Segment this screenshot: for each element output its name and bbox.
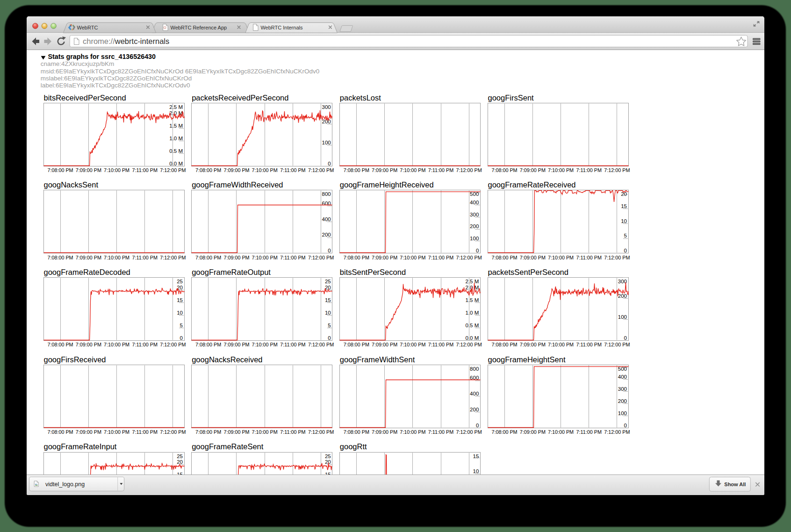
svg-text:7:08:00 PM: 7:08:00 PM — [47, 342, 73, 347]
svg-text:7:12:00 PM: 7:12:00 PM — [308, 255, 334, 260]
svg-text:7:12:00 PM: 7:12:00 PM — [160, 255, 186, 260]
svg-text:7:10:00 PM: 7:10:00 PM — [104, 342, 129, 347]
svg-text:7:12:00 PM: 7:12:00 PM — [456, 255, 482, 260]
svg-text:100: 100 — [470, 236, 479, 241]
svg-text:7:11:00 PM: 7:11:00 PM — [132, 429, 157, 435]
svg-text:7:10:00 PM: 7:10:00 PM — [252, 167, 278, 173]
svg-text:800: 800 — [470, 366, 479, 372]
svg-text:7:10:00 PM: 7:10:00 PM — [252, 255, 278, 260]
svg-text:googFrameWidthSent: googFrameWidthSent — [340, 355, 415, 364]
svg-text:1.5 M: 1.5 M — [169, 123, 183, 129]
svg-text:500: 500 — [470, 191, 479, 197]
svg-text:7:12:00 PM: 7:12:00 PM — [160, 342, 186, 347]
svg-text:200: 200 — [470, 407, 479, 412]
svg-text:20: 20 — [325, 285, 331, 290]
svg-text:0.5 M: 0.5 M — [169, 148, 183, 154]
svg-text:msid:6E9IaEYkyxIkTCxDgc82ZGoEh: msid:6E9IaEYkyxIkTCxDgc82ZGoEhICfxNuCKrO… — [41, 68, 319, 75]
svg-text:mslabel:6E9IaEYkyxIkTCxDgc82ZG: mslabel:6E9IaEYkyxIkTCxDgc82ZGoEhICfxNuC… — [41, 75, 192, 82]
svg-text:25: 25 — [325, 279, 331, 284]
svg-text:10: 10 — [473, 468, 479, 474]
svg-text:7:08:00 PM: 7:08:00 PM — [344, 167, 369, 173]
svg-text:7:11:00 PM: 7:11:00 PM — [428, 342, 453, 347]
svg-text:7:11:00 PM: 7:11:00 PM — [280, 429, 305, 435]
svg-text:googNacksReceived: googNacksReceived — [192, 355, 262, 364]
svg-text:0.0 M: 0.0 M — [169, 161, 183, 166]
svg-text:7:08:00 PM: 7:08:00 PM — [47, 167, 73, 173]
svg-text:7:08:00 PM: 7:08:00 PM — [47, 255, 73, 260]
svg-text:300: 300 — [618, 386, 627, 392]
svg-text:googRtt: googRtt — [340, 442, 367, 451]
svg-text:1.0 M: 1.0 M — [169, 136, 183, 141]
svg-text:2.5 M: 2.5 M — [466, 279, 479, 284]
svg-text:100: 100 — [618, 314, 627, 320]
svg-text:7:11:00 PM: 7:11:00 PM — [280, 255, 305, 260]
svg-text:7:11:00 PM: 7:11:00 PM — [280, 342, 305, 347]
svg-text:400: 400 — [470, 200, 479, 205]
svg-text:7:09:00 PM: 7:09:00 PM — [223, 429, 249, 435]
svg-text:label:6E9IaEYkyxIkTCxDgc82ZGoE: label:6E9IaEYkyxIkTCxDgc82ZGoEhICfxNuCKr… — [41, 82, 190, 89]
svg-text:7:08:00 PM: 7:08:00 PM — [491, 429, 517, 435]
svg-text:0: 0 — [328, 335, 331, 341]
svg-text:100: 100 — [322, 140, 331, 145]
svg-text:7:12:00 PM: 7:12:00 PM — [308, 342, 334, 347]
svg-text:0: 0 — [328, 161, 331, 166]
svg-text:5: 5 — [624, 233, 627, 238]
svg-text:7:11:00 PM: 7:11:00 PM — [428, 255, 453, 260]
svg-text:7:12:00 PM: 7:12:00 PM — [308, 429, 334, 435]
svg-text:7:10:00 PM: 7:10:00 PM — [400, 167, 425, 173]
svg-text:7:09:00 PM: 7:09:00 PM — [223, 342, 249, 347]
svg-text:400: 400 — [322, 216, 331, 222]
svg-text:7:08:00 PM: 7:08:00 PM — [195, 255, 221, 260]
svg-text:1.5 M: 1.5 M — [466, 297, 479, 303]
svg-text:googFrameRateReceived: googFrameRateReceived — [488, 180, 576, 189]
svg-text:WebRTC Internals: WebRTC Internals — [260, 25, 303, 30]
svg-text:7:10:00 PM: 7:10:00 PM — [252, 342, 278, 347]
svg-text:15: 15 — [621, 203, 627, 209]
svg-text:bitsReceivedPerSecond: bitsReceivedPerSecond — [44, 93, 126, 102]
svg-text:7:12:00 PM: 7:12:00 PM — [308, 167, 334, 173]
svg-text:25: 25 — [177, 453, 183, 459]
svg-text:0: 0 — [476, 248, 479, 253]
svg-text:7:11:00 PM: 7:11:00 PM — [428, 167, 453, 173]
svg-text:7:10:00 PM: 7:10:00 PM — [252, 429, 278, 435]
svg-text:300: 300 — [322, 104, 331, 110]
svg-text:7:09:00 PM: 7:09:00 PM — [372, 429, 397, 435]
svg-text:7:09:00 PM: 7:09:00 PM — [76, 429, 101, 435]
svg-text:7:09:00 PM: 7:09:00 PM — [520, 167, 546, 173]
svg-text:7:10:00 PM: 7:10:00 PM — [548, 429, 574, 435]
svg-text:20: 20 — [621, 191, 627, 197]
svg-text:0: 0 — [624, 248, 627, 253]
svg-text:400: 400 — [470, 391, 479, 396]
svg-text:7:08:00 PM: 7:08:00 PM — [344, 429, 369, 435]
svg-text:400: 400 — [618, 374, 627, 380]
svg-text:25: 25 — [325, 453, 331, 459]
svg-text:7:09:00 PM: 7:09:00 PM — [520, 429, 546, 435]
svg-text:7:08:00 PM: 7:08:00 PM — [491, 342, 517, 347]
svg-text:300: 300 — [470, 212, 479, 217]
svg-text:chrome://webrtc-internals: chrome://webrtc-internals — [83, 37, 169, 45]
svg-text:7:09:00 PM: 7:09:00 PM — [520, 342, 546, 347]
svg-text:7:12:00 PM: 7:12:00 PM — [604, 429, 630, 435]
svg-text:packetsLost: packetsLost — [340, 93, 381, 102]
svg-text:7:12:00 PM: 7:12:00 PM — [456, 429, 482, 435]
svg-text:2.5 M: 2.5 M — [169, 104, 183, 110]
svg-text:googFrameHeightReceived: googFrameHeightReceived — [340, 180, 434, 189]
svg-text:200: 200 — [322, 232, 331, 237]
svg-text:Stats graphs for ssrc_41365264: Stats graphs for ssrc_4136526430 — [48, 53, 156, 60]
svg-text:WebRTC Reference App: WebRTC Reference App — [171, 25, 227, 30]
svg-text:7:10:00 PM: 7:10:00 PM — [400, 255, 425, 260]
svg-text:15: 15 — [473, 453, 479, 459]
svg-text:7:09:00 PM: 7:09:00 PM — [76, 167, 101, 173]
svg-text:0.0 M: 0.0 M — [466, 335, 479, 341]
svg-text:7:10:00 PM: 7:10:00 PM — [548, 255, 574, 260]
svg-text:7:10:00 PM: 7:10:00 PM — [548, 167, 574, 173]
svg-text:7:12:00 PM: 7:12:00 PM — [604, 255, 630, 260]
svg-text:15: 15 — [325, 297, 331, 303]
svg-text:0: 0 — [476, 423, 479, 428]
svg-text:7:12:00 PM: 7:12:00 PM — [456, 342, 482, 347]
svg-text:bitsSentPerSecond: bitsSentPerSecond — [340, 268, 406, 276]
svg-text:7:11:00 PM: 7:11:00 PM — [576, 342, 601, 347]
svg-text:7:08:00 PM: 7:08:00 PM — [195, 167, 221, 173]
svg-text:googFirsReceived: googFirsReceived — [44, 355, 106, 364]
svg-text:packetsSentPerSecond: packetsSentPerSecond — [488, 268, 568, 276]
